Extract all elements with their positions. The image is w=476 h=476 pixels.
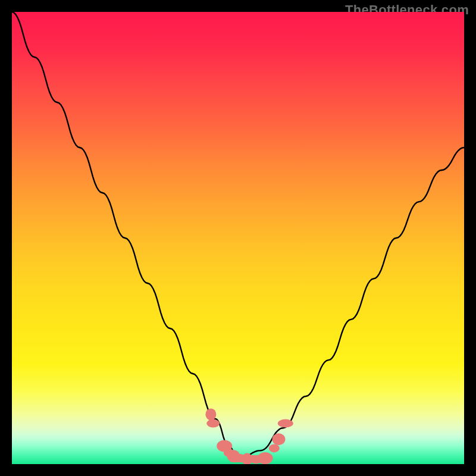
highlight-point bbox=[278, 419, 293, 428]
highlight-point bbox=[205, 408, 216, 420]
bottleneck-curve bbox=[12, 12, 464, 459]
highlight-point bbox=[269, 444, 280, 452]
highlight-bar bbox=[229, 455, 265, 462]
chart-frame: TheBottleneck.com bbox=[0, 0, 476, 476]
highlight-points-group bbox=[205, 408, 293, 464]
highlight-point bbox=[206, 419, 220, 428]
bottleneck-curve-svg bbox=[12, 12, 464, 464]
highlight-point bbox=[272, 433, 285, 445]
plot-area bbox=[12, 12, 464, 464]
